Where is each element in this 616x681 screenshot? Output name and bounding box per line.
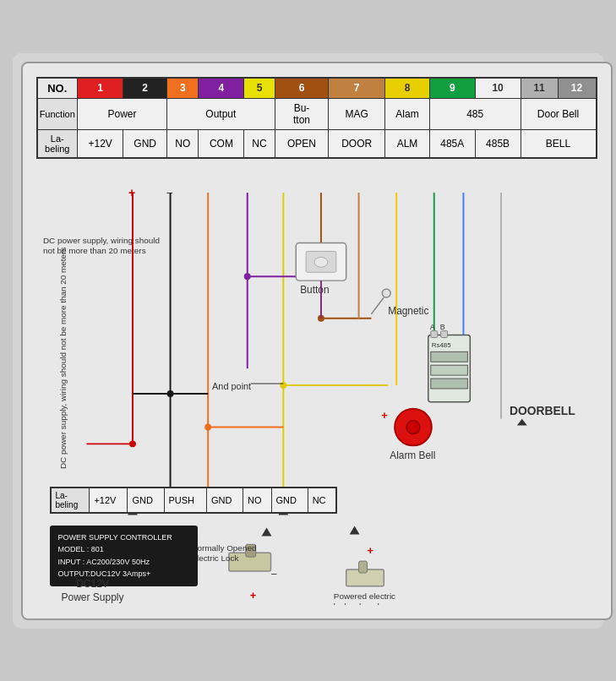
- doorbell-label: DOORBELL: [509, 403, 575, 417]
- col-8: 8: [385, 78, 430, 99]
- alarm-plus: +: [381, 408, 388, 421]
- b-label: B: [439, 322, 444, 330]
- magnetic-symbol: [382, 289, 390, 297]
- lab-5: NC: [244, 129, 275, 158]
- junction-orange: [204, 423, 211, 430]
- lab-4: COM: [199, 129, 244, 158]
- col-2: 2: [123, 78, 167, 99]
- powered-lock-body: [358, 561, 367, 573]
- alarm-bell-label: Alarm Bell: [390, 449, 435, 461]
- col-6: 6: [275, 78, 329, 99]
- magnetic-wire1: [371, 297, 384, 313]
- junction-yellow: [280, 382, 286, 389]
- button-symbol: [314, 257, 328, 267]
- button-label-text: Button: [300, 283, 329, 295]
- bottom-gnd: GND: [128, 488, 164, 513]
- wiring-area: DC power supply, wiring should not be mo…: [36, 166, 597, 605]
- no-label: NO.: [37, 78, 78, 99]
- doorbell-arrow: [516, 418, 526, 425]
- col-10: 10: [475, 78, 521, 99]
- alarm-bell-center: [406, 420, 420, 433]
- rs485-label: Rs485: [431, 341, 450, 349]
- header-table: NO. 1 2 3 4 5 6 7 8 9 10 11 12 Function …: [36, 77, 597, 159]
- junction-black1: [166, 390, 173, 396]
- junction-red: [129, 440, 136, 447]
- col-7: 7: [329, 78, 385, 99]
- magnetic-label-text: Magnetic: [388, 304, 428, 316]
- rs485-pin-a: [430, 330, 437, 337]
- side-text-block: DC power supply, wiring should not be mo…: [42, 235, 161, 255]
- lab-3: NO: [167, 129, 199, 158]
- rs485-pin-b: [440, 330, 447, 337]
- lab-8: ALM: [385, 129, 430, 158]
- bottom-gnd3: GND: [271, 488, 308, 513]
- col-4: 4: [199, 78, 244, 99]
- lock-minus: −: [270, 567, 277, 580]
- func-485: 485: [429, 98, 521, 129]
- col-1: 1: [78, 78, 123, 99]
- powered-lock-label1: Powered electric: [333, 591, 395, 600]
- bottom-gnd2: GND: [207, 488, 243, 513]
- col-12: 12: [558, 78, 596, 99]
- powered-lock-label2: locks closed: [333, 601, 379, 604]
- powered-plus: +: [367, 544, 373, 557]
- lab-bell: BELL: [521, 129, 596, 158]
- bottom-nc: NC: [308, 488, 335, 513]
- lock-arrow-up: [261, 527, 271, 536]
- lab-9: 485A: [429, 129, 475, 158]
- lab-2: GND: [123, 129, 167, 158]
- col-9: 9: [429, 78, 475, 99]
- bottom-push: PUSH: [164, 488, 207, 513]
- electric-lock-label2: Electric Lock: [191, 553, 238, 563]
- lab-7: DOOR: [329, 129, 385, 158]
- and-point-label: And point: [212, 380, 251, 390]
- bottom-terminal-table: La-beling +12V GND PUSH GND NO GND NC: [50, 487, 337, 514]
- lab-6: OPEN: [275, 129, 329, 158]
- power-supply-box: POWER SUPPLY CONTROLLER MODEL : 801 INPU…: [50, 526, 198, 586]
- lab-10: 485B: [475, 129, 521, 158]
- junction-purple: [243, 273, 250, 280]
- func-alarm: Alam: [385, 98, 430, 129]
- labeling-label: La-beling: [37, 129, 78, 158]
- func-doorbell: Door Bell: [521, 98, 596, 129]
- function-label: Function: [37, 98, 78, 129]
- bottom-12v: +12V: [90, 488, 128, 513]
- psu-line1: POWER SUPPLY CONTROLLER: [58, 531, 189, 543]
- col-3: 3: [167, 78, 199, 99]
- func-power: Power: [78, 98, 167, 129]
- lab-1: +12V: [78, 129, 123, 158]
- psu-line3: INPUT : AC200/230V 50Hz: [58, 556, 189, 568]
- func-output: Output: [167, 98, 275, 129]
- a-label: A: [429, 322, 434, 330]
- rs485-terminals3: [430, 379, 467, 389]
- rs485-terminals2: [430, 365, 467, 375]
- powered-arrow-down: [349, 526, 359, 534]
- psu-line2: MODEL : 801: [58, 543, 189, 555]
- rs485-terminals: [430, 351, 467, 362]
- func-button: Bu-tton: [275, 98, 329, 129]
- bottom-no: NO: [243, 488, 271, 513]
- col-5: 5: [244, 78, 275, 99]
- col-11: 11: [521, 78, 558, 99]
- electric-lock-label1: Normally Opened: [191, 543, 256, 553]
- side-text: DC power supply, wiring should not be mo…: [58, 247, 68, 469]
- func-mag: MAG: [329, 98, 385, 129]
- dc12v-label: DC12VPower Supply: [62, 578, 124, 604]
- bottom-lab-label: La-beling: [51, 488, 90, 513]
- diagram-container: NO. 1 2 3 4 5 6 7 8 9 10 11 12 Function …: [21, 62, 613, 620]
- lock-plus: +: [249, 588, 256, 601]
